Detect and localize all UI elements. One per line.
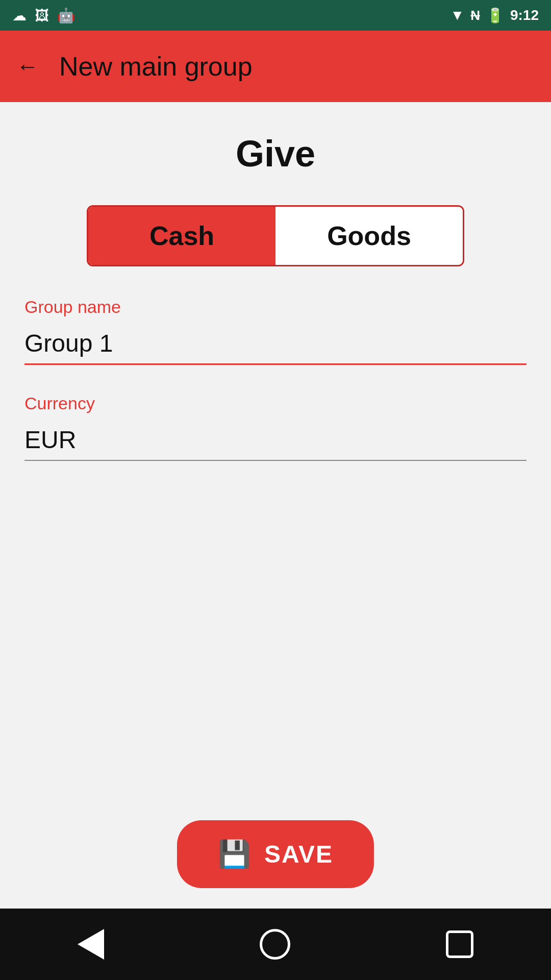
nav-recents-button[interactable] [446, 930, 473, 958]
currency-field-group: Currency [24, 394, 527, 461]
group-name-field-group: Group name [24, 297, 527, 365]
nav-back-icon [78, 929, 104, 960]
nav-home-button[interactable] [260, 929, 290, 960]
cloud-icon: ☁ [12, 7, 27, 24]
status-time: 9:12 [510, 7, 539, 23]
toggle-cash[interactable]: Cash [88, 207, 276, 265]
save-button[interactable]: 💾 SAVE [177, 820, 374, 888]
nav-back-button[interactable] [78, 929, 104, 960]
status-bar: ☁ 🖼 🤖 ▼ N 🔋 9:12 [0, 0, 551, 31]
save-icon: 💾 [218, 839, 252, 870]
status-icons-left: ☁ 🖼 🤖 [12, 7, 75, 24]
back-button[interactable]: ← [16, 55, 39, 78]
android-icon: 🤖 [57, 7, 75, 24]
image-icon: 🖼 [35, 7, 49, 24]
content-area: Give Cash Goods Group name Currency [0, 102, 551, 461]
app-bar-title: New main group [59, 51, 253, 82]
currency-input[interactable] [24, 422, 527, 461]
nav-home-icon [260, 929, 290, 960]
save-button-label: SAVE [264, 840, 333, 868]
group-name-input[interactable] [24, 325, 527, 365]
toggle-goods[interactable]: Goods [276, 207, 463, 265]
nav-bar [0, 909, 551, 980]
wifi-icon: ▼ [450, 7, 464, 23]
currency-label: Currency [24, 394, 527, 413]
page-heading: Give [24, 133, 527, 175]
group-name-label: Group name [24, 297, 527, 317]
status-icons-right: ▼ N 🔋 9:12 [450, 7, 539, 24]
app-bar: ← New main group [0, 31, 551, 102]
battery-icon: 🔋 [486, 7, 504, 24]
save-button-container: 💾 SAVE [177, 820, 374, 888]
nav-recents-icon [446, 930, 473, 958]
type-toggle[interactable]: Cash Goods [87, 205, 464, 266]
signal-icon: N [470, 8, 480, 23]
